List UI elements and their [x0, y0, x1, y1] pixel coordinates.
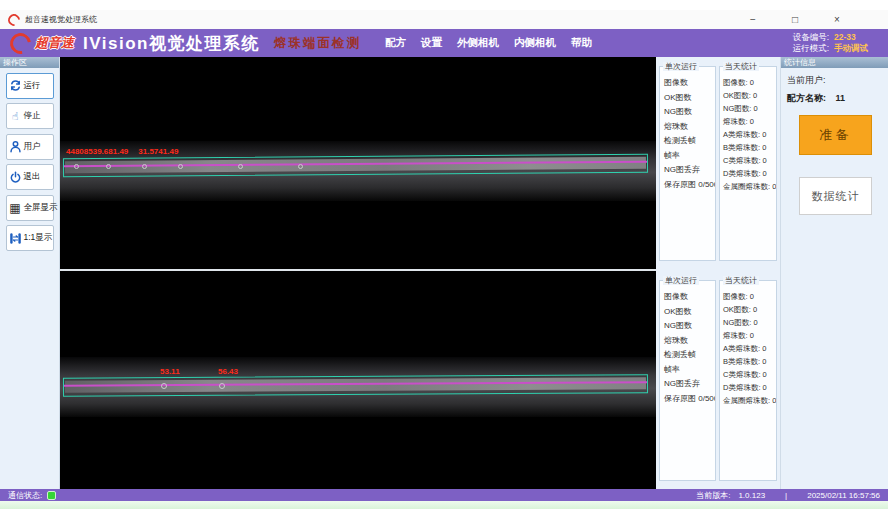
stat-row: 熔珠数	[664, 120, 715, 135]
device-number-label: 设备编号:	[793, 32, 829, 43]
user-button-label: 用户	[24, 141, 41, 153]
one-to-one-button[interactable]: 1:1显示	[6, 225, 54, 251]
exit-button[interactable]: 退出	[6, 164, 54, 190]
stat-row: C类熔珠数: 0	[723, 154, 776, 167]
detection-point	[178, 164, 183, 169]
single-run-groupbox: 单次运行 图像数 OK图数 NG图数 熔珠数 检测丢帧 帧率 NG图丢弃 保存原…	[659, 66, 716, 261]
comm-status: 通信状态:	[8, 490, 56, 501]
stat-row: 熔珠数	[664, 334, 715, 349]
version-value: 1.0.123	[738, 491, 765, 500]
menu-recipe[interactable]: 配方	[385, 36, 406, 50]
fullscreen-grid-icon: ▦	[8, 201, 23, 215]
stat-row: NG图数	[664, 105, 715, 120]
stat-row: NG图数: 0	[723, 102, 776, 115]
detection-point	[298, 164, 303, 169]
stat-row: D类熔珠数: 0	[723, 167, 776, 180]
stat-row: 图像数	[664, 76, 715, 91]
today-stats-groupbox: 当天统计 图像数: 0 OK图数: 0 NG图数: 0 熔珠数: 0 A类熔珠数…	[719, 280, 777, 481]
run-mode-value: 手动调试	[834, 43, 878, 54]
groupbox-title: 单次运行	[663, 276, 699, 285]
detection-point	[219, 383, 225, 389]
brand-name: 超音速	[35, 34, 74, 52]
stat-row: 帧率	[664, 149, 715, 164]
stat-row: B类熔珠数: 0	[723, 141, 776, 154]
stat-row: A类熔珠数: 0	[723, 342, 776, 355]
menu-inner-camera[interactable]: 内侧相机	[514, 36, 556, 50]
task-subtitle: 熔珠端面检测	[274, 35, 361, 52]
window-controls: − □ ×	[746, 10, 844, 29]
stats-section-inner: 单次运行 图像数 OK图数 NG图数 熔珠数 检测丢帧 帧率 NG图丢弃 保存原…	[656, 271, 780, 489]
current-user-label: 当前用户:	[787, 74, 888, 87]
stop-button[interactable]: ☝ 停止	[6, 103, 54, 129]
fullscreen-button[interactable]: ▦ 全屏显示	[6, 195, 54, 221]
minimize-button[interactable]: −	[746, 10, 760, 29]
measurement-text: 44808539.681.49	[66, 147, 128, 156]
info-panel: 统计信息 当前用户: 配方名称: 11 准备 数据统计	[780, 57, 888, 489]
app-title: IVision视觉处理系统	[83, 32, 260, 55]
menu-bar: 配方 设置 外侧相机 内侧相机 帮助	[385, 36, 592, 50]
power-icon	[8, 171, 23, 184]
stat-row: NG图数: 0	[723, 316, 776, 329]
recipe-name-row: 配方名称: 11	[787, 92, 888, 105]
stat-row: 检测丢帧	[664, 134, 715, 149]
comm-status-indicator	[47, 491, 56, 500]
roi-rectangle	[63, 154, 648, 178]
version-label: 当前版本:	[696, 490, 730, 501]
one-to-one-button-label: 1:1显示	[24, 232, 53, 244]
stat-row: 金属圈熔珠数: 0	[723, 394, 776, 407]
detection-point	[142, 164, 147, 169]
camera-viewports: 44808539.681.49 31.5741.49 53.11 56.43	[60, 57, 656, 489]
stat-row: 检测丢帧	[664, 348, 715, 363]
stat-row: NG图丢弃	[664, 163, 715, 178]
run-button-label: 运行	[24, 80, 41, 92]
stat-row: 帧率	[664, 363, 715, 378]
brand-logo-icon	[6, 28, 35, 57]
stat-row: 保存原图 0/500	[664, 392, 715, 407]
maximize-button[interactable]: □	[788, 10, 802, 29]
measurement-text: 53.11	[160, 367, 180, 376]
today-stats-groupbox: 当天统计 图像数: 0 OK图数: 0 NG图数: 0 熔珠数: 0 A类熔珠数…	[719, 66, 777, 261]
stop-button-label: 停止	[24, 110, 41, 122]
camera-view-inner: 53.11 56.43	[60, 271, 656, 489]
menu-help[interactable]: 帮助	[571, 36, 592, 50]
camera-view-outer: 44808539.681.49 31.5741.49	[60, 57, 656, 269]
app-logo-icon	[6, 11, 23, 28]
stat-row: NG图数	[664, 319, 715, 334]
menu-settings[interactable]: 设置	[421, 36, 442, 50]
outer-annotations: 44808539.681.49 31.5741.49	[66, 147, 178, 156]
groupbox-title: 当天统计	[723, 276, 759, 285]
stat-row: OK图数	[664, 305, 715, 320]
user-button[interactable]: 用户	[6, 134, 54, 160]
run-button[interactable]: 运行	[6, 73, 54, 99]
outer-strip-image: 44808539.681.49 31.5741.49	[60, 141, 656, 201]
sidebar-title: 操作区	[0, 57, 59, 68]
stat-row: NG图丢弃	[664, 377, 715, 392]
app-window: 超音速视觉处理系统 − □ × 超音速 IVision视觉处理系统 熔珠端面检测…	[0, 0, 888, 522]
data-statistics-button[interactable]: 数据统计	[799, 177, 872, 215]
stats-section-outer: 单次运行 图像数 OK图数 NG图数 熔珠数 检测丢帧 帧率 NG图丢弃 保存原…	[656, 57, 780, 269]
comm-status-label: 通信状态:	[8, 490, 42, 501]
stat-row: 熔珠数: 0	[723, 329, 776, 342]
stat-row: 图像数: 0	[723, 76, 776, 89]
menu-outer-camera[interactable]: 外侧相机	[457, 36, 499, 50]
status-bar: 通信状态: 当前版本: 1.0.123 | 2025/02/11 16:57:5…	[0, 489, 888, 501]
measurement-text: 56.43	[218, 367, 238, 376]
recipe-name-value: 11	[836, 93, 846, 103]
separator: |	[785, 491, 787, 500]
stat-row: 图像数	[664, 290, 715, 305]
app-header: 超音速 IVision视觉处理系统 熔珠端面检测 配方 设置 外侧相机 内侧相机…	[0, 29, 888, 57]
roi-rectangle	[63, 374, 648, 397]
header-info: 设备编号: 22-33 运行模式: 手动调试	[793, 32, 878, 54]
one-to-one-icon	[8, 232, 23, 245]
stat-row: OK图数: 0	[723, 89, 776, 102]
groupbox-title: 当天统计	[723, 62, 759, 71]
close-button[interactable]: ×	[830, 10, 844, 29]
window-title: 超音速视觉处理系统	[25, 14, 97, 25]
run-mode-label: 运行模式:	[793, 43, 829, 54]
stat-row: B类熔珠数: 0	[723, 355, 776, 368]
ready-button[interactable]: 准备	[799, 115, 872, 155]
stat-row: 金属圈熔珠数: 0	[723, 180, 776, 193]
operation-sidebar: 操作区 运行 ☝ 停止 用户	[0, 57, 60, 489]
taskbar-strip	[0, 501, 888, 509]
inner-strip-image: 53.11 56.43	[60, 357, 656, 417]
